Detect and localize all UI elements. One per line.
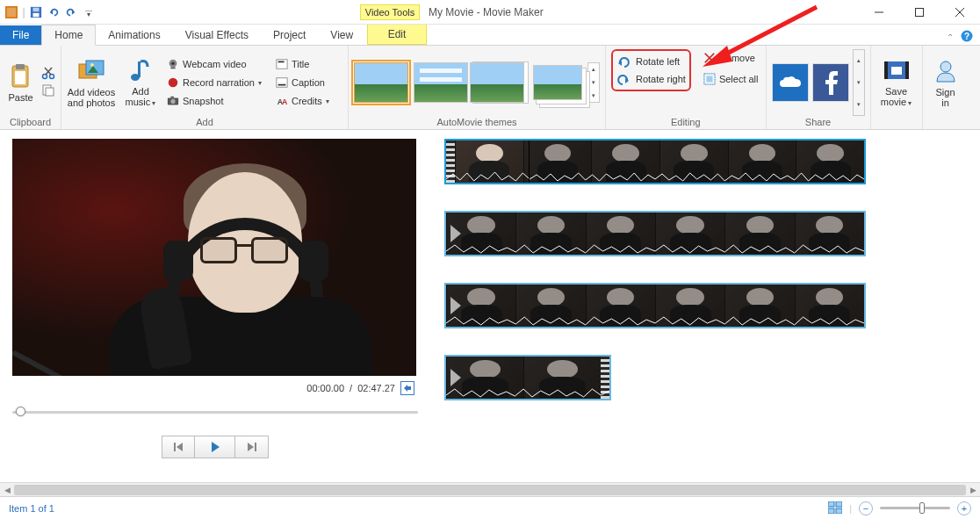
svg-rect-3 (33, 12, 40, 16)
svg-line-16 (46, 68, 52, 75)
share-onedrive-button[interactable] (772, 63, 809, 102)
theme-cinematic[interactable] (470, 62, 524, 103)
share-gallery-more[interactable]: ▴▾▾ (853, 49, 865, 116)
group-share: ▴▾▾ Share (767, 46, 871, 129)
svg-rect-31 (170, 97, 174, 98)
group-label-editing: Editing (611, 116, 760, 127)
qat-more-icon[interactable]: ―▾ (81, 4, 97, 20)
clip-2[interactable] (444, 211, 866, 256)
workspace: 00:00.00/02:47.27 (0, 130, 980, 488)
horizontal-scrollbar[interactable]: ◀ ▶ (0, 482, 980, 496)
tab-project[interactable]: Project (261, 25, 318, 45)
add-videos-photos-button[interactable]: Add videos and photos (67, 55, 116, 110)
rotate-right-button[interactable]: Rotate right (616, 72, 686, 86)
ribbon: Paste Clipboard Add videos and photos Ad… (0, 46, 980, 130)
help-icon[interactable]: ? (961, 30, 973, 45)
snapshot-button[interactable]: Snapshot (165, 92, 269, 110)
theme-default[interactable] (354, 62, 408, 103)
window-buttons (859, 0, 980, 25)
zoom-in-button[interactable]: + (957, 501, 971, 515)
tab-file[interactable]: File (0, 25, 41, 45)
prev-frame-button[interactable] (162, 436, 195, 458)
caption-button[interactable]: Caption (274, 74, 342, 91)
preview-pane: 00:00.00/02:47.27 (0, 130, 430, 488)
scroll-left-icon[interactable]: ◀ (0, 483, 14, 497)
svg-rect-48 (255, 443, 256, 451)
remove-label: Remove (719, 53, 755, 63)
webcam-label: Webcam video (183, 59, 247, 69)
title-label: Title (292, 59, 309, 69)
zoom-slider[interactable] (880, 507, 950, 509)
window-title: My Movie - Movie Maker (429, 6, 544, 18)
save-icon[interactable] (28, 4, 44, 20)
group-clipboard: Paste Clipboard (0, 46, 61, 129)
cut-icon[interactable] (41, 66, 55, 83)
transport-controls (12, 436, 418, 458)
scroll-right-icon[interactable]: ▶ (966, 483, 980, 497)
play-button[interactable] (195, 436, 235, 458)
clip-3[interactable] (444, 283, 866, 328)
status-bar: Item 1 of 1 | − + (0, 496, 980, 519)
scroll-thumb[interactable] (14, 485, 966, 495)
redo-icon[interactable] (63, 4, 79, 20)
zoom-out-button[interactable]: − (859, 501, 873, 515)
theme-gallery-more[interactable]: ▴▾▾ (587, 62, 600, 103)
record-label: Record narration (183, 77, 255, 88)
next-frame-button[interactable] (235, 436, 269, 458)
add-videos-icon (77, 57, 105, 85)
add-music-button[interactable]: Add music ▾ (121, 54, 160, 111)
svg-rect-24 (138, 61, 141, 77)
credits-button[interactable]: AACredits▾ (274, 92, 342, 110)
svg-rect-51 (828, 508, 834, 514)
remove-button[interactable]: Remove (702, 49, 760, 67)
webcam-video-button[interactable]: Webcam video (165, 55, 269, 73)
ribbon-caret-icon[interactable]: ⌃ (947, 32, 954, 42)
copy-icon[interactable] (41, 83, 55, 100)
view-thumbnails-icon[interactable] (828, 501, 842, 515)
rotate-left-button[interactable]: Rotate left (616, 54, 686, 68)
record-narration-button[interactable]: Record narration▾ (165, 74, 269, 91)
theme-contemporary[interactable] (414, 62, 468, 103)
preview-monitor[interactable] (12, 139, 416, 376)
fullscreen-icon[interactable] (400, 381, 414, 395)
timeline-pane[interactable] (430, 130, 980, 488)
tab-animations[interactable]: Animations (96, 25, 172, 45)
group-label-clipboard: Clipboard (5, 116, 55, 127)
minimize-button[interactable] (859, 0, 899, 25)
tab-home[interactable]: Home (41, 25, 96, 46)
timecode: 00:00.00/02:47.27 (12, 376, 418, 395)
tab-visual-effects[interactable]: Visual Effects (173, 25, 261, 45)
tab-view[interactable]: View (318, 25, 365, 45)
svg-rect-44 (905, 61, 909, 79)
undo-icon[interactable] (46, 4, 61, 20)
save-movie-label: Save movie ▾ (881, 86, 912, 109)
music-icon (126, 56, 155, 84)
timeline-playhead[interactable] (529, 139, 530, 184)
title-button[interactable]: Title (274, 55, 342, 73)
close-button[interactable] (940, 0, 980, 25)
clip-4[interactable] (444, 355, 611, 400)
paste-label: Paste (8, 92, 32, 103)
svg-rect-49 (828, 501, 834, 507)
sign-in-label: Sign in (936, 87, 955, 108)
sign-in-button[interactable]: Sign in (928, 55, 963, 110)
select-all-button[interactable]: Select all (702, 70, 760, 88)
caption-label: Caption (292, 77, 325, 88)
group-label-share: Share (772, 116, 865, 127)
paste-button[interactable]: Paste (5, 61, 36, 105)
tab-edit[interactable]: Edit (367, 25, 427, 45)
save-movie-button[interactable]: Save movie ▾ (876, 54, 917, 111)
maximize-button[interactable] (899, 0, 940, 25)
share-facebook-button[interactable] (812, 63, 849, 102)
theme-fade[interactable] (533, 65, 582, 100)
zoom-thumb[interactable] (919, 502, 925, 514)
svg-rect-52 (836, 508, 842, 514)
status-item-text: Item 1 of 1 (9, 503, 54, 514)
preview-scrubber[interactable] (12, 404, 418, 422)
svg-rect-41 (706, 76, 712, 83)
time-current: 00:00.00 (306, 383, 344, 393)
divider: | (21, 4, 26, 20)
clip-1[interactable] (444, 139, 866, 184)
group-label-add: Add (67, 116, 342, 127)
scrub-thumb[interactable] (16, 407, 25, 416)
